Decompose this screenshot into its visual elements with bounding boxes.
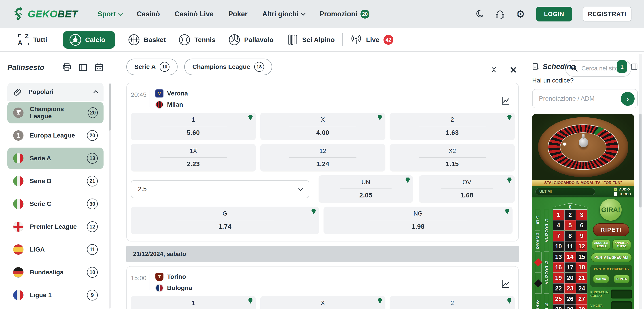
login-button[interactable]: LOGIN: [536, 7, 572, 22]
roulette-number[interactable]: 1: [553, 210, 564, 220]
odds-button-1x[interactable]: 1X2.23: [131, 144, 256, 171]
dark-mode-button[interactable]: [474, 9, 484, 19]
roulette-number[interactable]: 9: [576, 231, 588, 241]
az-sort-icon[interactable]: ZA: [18, 34, 29, 46]
roulette-number[interactable]: 2: [564, 210, 576, 220]
roulette-number[interactable]: 30: [576, 304, 588, 309]
bet-dispari[interactable]: DISPARI: [535, 231, 540, 252]
undo-last-button[interactable]: ANNULLA ULTIMA: [592, 240, 610, 250]
nav-casino[interactable]: Casinò: [137, 10, 160, 18]
odds-button-1[interactable]: 1: [131, 296, 256, 309]
page-scrollbar[interactable]: [639, 54, 642, 309]
close-icon[interactable]: ×: [510, 64, 516, 76]
sidebar-item-champions-league[interactable]: Champions League 20: [8, 102, 104, 124]
filter-chip-serie-a[interactable]: Serie A 10: [126, 58, 178, 75]
bet-red[interactable]: [535, 252, 542, 272]
odds-button-over[interactable]: OV1.68: [419, 175, 515, 202]
print-icon[interactable]: [62, 63, 71, 72]
roulette-number[interactable]: 13: [553, 252, 564, 262]
roulette-number[interactable]: 5: [564, 220, 576, 230]
booking-code-input[interactable]: [539, 95, 615, 102]
roulette-number[interactable]: 8: [564, 231, 576, 241]
filter-chip-champions-league[interactable]: Champions League 18: [184, 58, 272, 75]
sidebar-group-popolari[interactable]: Popolari: [8, 83, 104, 101]
last-numbers-field[interactable]: ULTIMI: [535, 188, 595, 196]
nav-promozioni[interactable]: Promozioni20: [320, 10, 370, 18]
save-bet-button[interactable]: SALVA: [593, 275, 609, 283]
roulette-number[interactable]: 12: [576, 241, 588, 252]
odds-button-12[interactable]: 121.24: [260, 144, 385, 171]
booking-code-field[interactable]: ›: [532, 89, 638, 108]
odds-button-x2[interactable]: X21.15: [390, 144, 515, 171]
nav-poker[interactable]: Poker: [228, 10, 248, 18]
odds-button-2[interactable]: 21.63: [390, 113, 515, 140]
settings-button[interactable]: ⚙: [516, 9, 526, 19]
stats-chart-icon[interactable]: [501, 280, 510, 289]
bet-pari[interactable]: PARI: [535, 294, 540, 309]
register-button[interactable]: REGISTRATI: [583, 7, 632, 22]
roulette-number[interactable]: 25: [553, 294, 564, 304]
roulette-number[interactable]: 7: [553, 231, 564, 241]
odds-button-2[interactable]: 2: [390, 296, 515, 309]
spin-button[interactable]: GIRA!: [600, 199, 622, 221]
bet-third-dozen[interactable]: 3ª DOZZINA: [544, 294, 549, 309]
roulette-number[interactable]: 10: [553, 241, 564, 252]
panel-layout-icon[interactable]: [630, 62, 638, 71]
odds-button-goal[interactable]: G1.74: [131, 206, 319, 234]
roulette-number[interactable]: 19: [553, 273, 564, 283]
bet-second-dozen[interactable]: 2ª DOZZINA: [544, 252, 549, 294]
tab-live[interactable]: Live 42: [350, 34, 393, 46]
nav-casino-live[interactable]: Casinò Live: [175, 10, 214, 18]
tab-pallavolo[interactable]: Pallavolo: [228, 34, 274, 46]
odds-button-nogoal[interactable]: NG1.98: [324, 206, 512, 234]
submit-code-button[interactable]: ›: [621, 92, 634, 106]
columns-layout-icon[interactable]: [78, 63, 88, 72]
odds-button-1[interactable]: 15.60: [131, 113, 256, 140]
roulette-game-banner[interactable]: STAI GIOCANDO IN MODALITÀ "FOR FUN" ULTI…: [532, 114, 634, 309]
bet-1-18[interactable]: 1-18: [535, 210, 540, 230]
roulette-number[interactable]: 17: [564, 262, 576, 272]
turbo-toggle[interactable]: TURBO: [614, 192, 631, 196]
roulette-number[interactable]: 26: [564, 294, 576, 304]
calendar-icon[interactable]: [94, 63, 104, 72]
sidebar-item-premier-league[interactable]: Premier League 12: [8, 216, 104, 238]
sidebar-item-europa-league[interactable]: Europa League 20: [8, 125, 104, 146]
repeat-bet-button[interactable]: RIPETI: [593, 223, 629, 236]
roulette-number[interactable]: 27: [576, 294, 588, 304]
odds-button-under[interactable]: UN2.05: [319, 175, 413, 202]
roulette-number[interactable]: 18: [576, 262, 588, 272]
tab-basket[interactable]: Basket: [128, 34, 166, 46]
odds-button-x[interactable]: X4.00: [260, 113, 385, 140]
team-away[interactable]: Bologna: [156, 284, 192, 292]
sidebar-scrollbar[interactable]: [109, 83, 111, 308]
goal-line-select[interactable]: 2.5: [131, 180, 309, 198]
stats-chart-icon[interactable]: [501, 96, 510, 106]
tab-tutti[interactable]: Tutti: [33, 36, 47, 44]
sidebar-item-liga[interactable]: LIGA 11: [8, 239, 104, 260]
roulette-number[interactable]: 20: [564, 273, 576, 283]
nav-sport[interactable]: Sport: [98, 10, 122, 18]
roulette-number[interactable]: 28: [553, 304, 564, 309]
clear-all-button[interactable]: ANNULLA TUTTO: [612, 240, 631, 250]
tab-sci-alpino[interactable]: Sci Alpino: [286, 34, 335, 46]
roulette-number[interactable]: 4: [553, 220, 564, 230]
team-away[interactable]: Milan: [156, 100, 188, 109]
roulette-number[interactable]: 15: [576, 252, 588, 262]
bet-black[interactable]: [535, 273, 542, 294]
odds-button-x[interactable]: X: [260, 296, 385, 309]
roulette-number[interactable]: 6: [576, 220, 588, 230]
support-button[interactable]: [495, 9, 505, 19]
tab-calcio[interactable]: Calcio: [63, 31, 115, 49]
collapse-all-icon[interactable]: [490, 65, 497, 74]
team-home[interactable]: V Verona: [156, 90, 188, 98]
roulette-number[interactable]: 24: [576, 283, 588, 294]
sidebar-item-serie-c[interactable]: Serie C 30: [8, 193, 104, 215]
gekobet-logo[interactable]: GEKOBET: [13, 7, 78, 21]
audio-toggle[interactable]: ✓AUDIO: [614, 187, 631, 191]
bet-zero[interactable]: 0: [553, 203, 588, 210]
roulette-number[interactable]: 21: [576, 273, 588, 283]
sidebar-item-serie-b[interactable]: Serie B 21: [8, 170, 104, 192]
tab-tennis[interactable]: Tennis: [179, 34, 215, 46]
roulette-number[interactable]: 29: [564, 304, 576, 309]
sidebar-item-bundesliga[interactable]: Bundesliga 10: [8, 262, 104, 283]
